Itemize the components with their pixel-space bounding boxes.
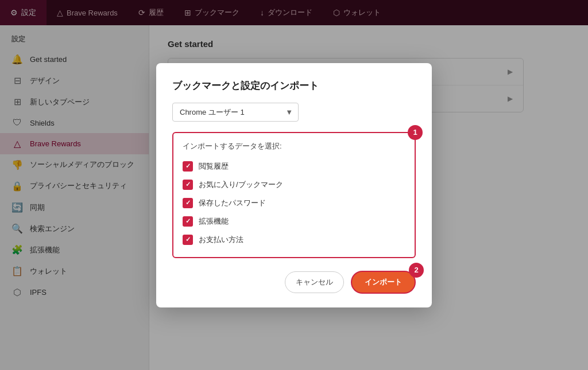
checkbox-label: 閲覧履歴	[199, 161, 229, 172]
checkbox-passwords[interactable]: 保存したパスワード	[183, 194, 405, 212]
checkbox-checked-icon	[183, 198, 193, 208]
checkbox-checked-icon	[183, 180, 193, 190]
data-selection-box: 1 インポートするデータを選択: 閲覧履歴 お気に入り/ブックマーク 保存したパ…	[172, 132, 416, 258]
badge-2: 2	[409, 263, 424, 278]
checkbox-label: 保存したパスワード	[199, 198, 266, 208]
checkbox-browsing-history[interactable]: 閲覧履歴	[183, 157, 405, 176]
checkbox-label: お気に入り/ブックマーク	[199, 180, 283, 190]
modal-title: ブックマークと設定のインポート	[172, 79, 416, 92]
checkbox-label: お支払い方法	[199, 235, 243, 245]
cancel-button[interactable]: キャンセル	[285, 271, 344, 293]
import-button-wrapper: 2 インポート	[351, 271, 416, 294]
checkbox-extensions[interactable]: 拡張機能	[183, 212, 405, 231]
modal-footer: キャンセル 2 インポート	[172, 271, 416, 294]
badge-1: 1	[408, 125, 423, 140]
checkbox-checked-icon	[183, 235, 193, 245]
checkbox-checked-icon	[183, 216, 193, 227]
import-button[interactable]: インポート	[351, 271, 416, 294]
data-select-label: インポートするデータを選択:	[183, 141, 405, 151]
source-select[interactable]: Chrome ユーザー 1 Firefox Safari	[172, 103, 299, 122]
checkbox-payment[interactable]: お支払い方法	[183, 231, 405, 249]
source-select-wrapper: Chrome ユーザー 1 Firefox Safari ▼	[172, 103, 299, 122]
checkbox-checked-icon	[183, 161, 193, 172]
modal-overlay: ブックマークと設定のインポート Chrome ユーザー 1 Firefox Sa…	[0, 0, 588, 370]
checkbox-label: 拡張機能	[199, 216, 229, 227]
checkbox-bookmarks[interactable]: お気に入り/ブックマーク	[183, 176, 405, 194]
import-modal: ブックマークと設定のインポート Chrome ユーザー 1 Firefox Sa…	[156, 63, 432, 307]
